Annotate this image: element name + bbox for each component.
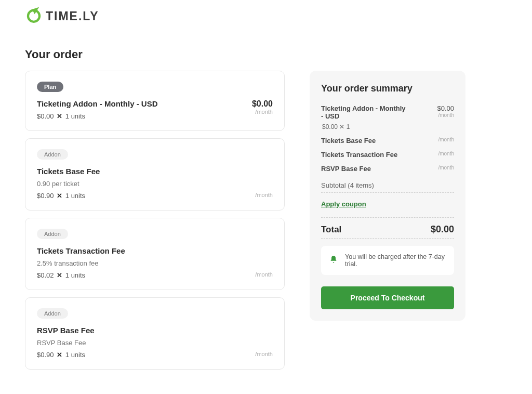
times-icon: ✕	[57, 112, 62, 120]
summary-line-units: $0.00 ✕ 1	[322, 123, 454, 130]
order-summary: Your order summary Ticketing Addon - Mon…	[310, 71, 466, 321]
proceed-to-checkout-button[interactable]: Proceed To Checkout	[321, 286, 454, 309]
order-items-list: Plan Ticketing Addon - Monthly - USD $0.…	[25, 71, 285, 377]
order-item-desc: 2.5% transaction fee	[37, 259, 273, 267]
brand-logo-mark	[25, 6, 43, 26]
summary-line-name: Tickets Transaction Fee	[321, 151, 397, 159]
order-card-addon: Addon Tickets Transaction Fee 2.5% trans…	[25, 218, 285, 290]
bell-icon	[329, 255, 338, 266]
summary-title: Your order summary	[321, 83, 454, 94]
order-item-units: $0.90 ✕ 1 units	[37, 351, 85, 359]
addon-badge: Addon	[37, 229, 68, 239]
order-item-period: /month	[255, 351, 273, 357]
summary-line: Tickets Base Fee /month	[321, 137, 454, 145]
brand-logo: TIME.LY	[25, 6, 507, 26]
total-label: Total	[321, 225, 341, 235]
summary-line-name: RSVP Base Fee	[321, 165, 371, 173]
times-icon: ✕	[57, 192, 62, 200]
divider	[321, 238, 454, 239]
trial-notice: You will be charged after the 7-day tria…	[321, 246, 454, 275]
addon-badge: Addon	[37, 149, 68, 160]
addon-badge: Addon	[37, 308, 68, 319]
order-item-desc: RSVP Base Fee	[37, 339, 273, 347]
order-item-price: $0.00	[252, 99, 273, 109]
summary-line: RSVP Base Fee /month	[321, 165, 454, 173]
order-item-title: Tickets Base Fee	[37, 167, 273, 176]
summary-line: Tickets Transaction Fee /month	[321, 151, 454, 159]
order-item-title: Tickets Transaction Fee	[37, 246, 273, 255]
summary-line-period: /month	[438, 151, 454, 156]
order-card-addon: Addon Tickets Base Fee 0.90 per ticket $…	[25, 138, 285, 211]
order-item-units: $0.90 ✕ 1 units	[37, 192, 85, 200]
trial-notice-text: You will be charged after the 7-day tria…	[345, 253, 446, 268]
order-item-units: $0.00 ✕ 1 units	[37, 112, 158, 120]
summary-line-period: /month	[438, 165, 454, 170]
summary-line: Ticketing Addon - Monthly - USD $0.00 /m…	[321, 104, 454, 120]
summary-line-name: Ticketing Addon - Monthly - USD	[321, 104, 409, 120]
order-card-plan: Plan Ticketing Addon - Monthly - USD $0.…	[25, 71, 285, 131]
order-item-desc: 0.90 per ticket	[37, 180, 273, 188]
brand-logo-text: TIME.LY	[46, 9, 99, 23]
order-item-title: RSVP Base Fee	[37, 326, 273, 335]
summary-line-period: /month	[437, 112, 454, 118]
order-card-addon: Addon RSVP Base Fee RSVP Base Fee $0.90 …	[25, 297, 285, 370]
plan-badge: Plan	[37, 82, 63, 92]
summary-line-name: Tickets Base Fee	[321, 137, 376, 145]
divider	[321, 192, 454, 193]
summary-line-price: $0.00	[437, 104, 454, 112]
times-icon: ✕	[57, 271, 62, 279]
apply-coupon-link[interactable]: Apply coupon	[321, 200, 366, 208]
divider	[321, 217, 454, 218]
order-item-period: /month	[255, 192, 273, 198]
total-amount: $0.00	[431, 224, 454, 235]
times-icon: ✕	[57, 351, 62, 359]
order-item-units: $0.02 ✕ 1 units	[37, 271, 85, 279]
order-item-period: /month	[252, 109, 273, 115]
order-item-title: Ticketing Addon - Monthly - USD	[37, 99, 158, 108]
summary-line-period: /month	[438, 137, 454, 142]
page-title: Your order	[25, 48, 507, 61]
order-item-period: /month	[255, 271, 273, 278]
summary-subtotal: Subtotal (4 items)	[321, 179, 454, 189]
